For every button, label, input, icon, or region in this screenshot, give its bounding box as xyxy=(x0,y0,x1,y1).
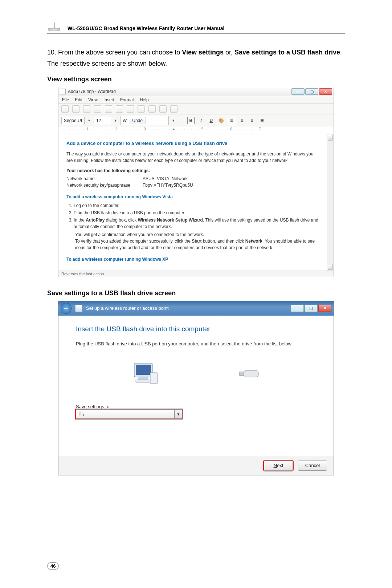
drive-select[interactable]: F:\ xyxy=(76,409,175,419)
doc-steps-list: Log on to the computer. Plug the USB fla… xyxy=(74,202,319,230)
save-to-label: Save settings to: xyxy=(76,404,316,409)
minimize-button[interactable]: — xyxy=(291,305,304,312)
doc-vista-heading: To add a wireless computer running Windo… xyxy=(66,194,319,200)
list-item: Log on to the computer. xyxy=(74,202,319,209)
back-button[interactable]: ← xyxy=(61,303,72,314)
doc-paragraph: You will get a confirmation when you are… xyxy=(75,231,319,238)
align-right-icon[interactable]: ≡ xyxy=(248,117,256,124)
list-item: In the AutoPlay dialog box, click Wirele… xyxy=(74,217,319,230)
wordpad-statusbar: Reverses the last action. xyxy=(58,271,334,277)
script-value: W xyxy=(123,118,127,123)
wordpad-app-icon xyxy=(60,89,66,94)
undo-tooltip: Undo xyxy=(129,117,146,124)
wordpad-menubar: File Edit View Insert Format Help xyxy=(58,96,334,104)
undo-icon[interactable] xyxy=(159,105,167,113)
doc-paragraph: The way you add a device or computer to … xyxy=(66,151,319,164)
save-icon[interactable] xyxy=(83,105,90,113)
svg-rect-6 xyxy=(240,372,244,376)
minimize-button[interactable]: — xyxy=(291,88,305,95)
wordpad-title-text: Add6778.tmp - WordPad xyxy=(68,89,116,94)
window-buttons: — ▢ ✕ xyxy=(291,305,331,312)
router-icon xyxy=(47,22,63,31)
color-icon[interactable]: 🎨 xyxy=(218,117,225,124)
bold-icon[interactable]: B xyxy=(187,117,195,124)
print-icon[interactable] xyxy=(94,105,101,113)
wizard-titlebar: ← Set up a wireless router or access poi… xyxy=(58,301,334,316)
network-name-label: Network name: xyxy=(66,175,143,182)
wizard-screenshot: ← Set up a wireless router or access poi… xyxy=(58,301,334,475)
maximize-button[interactable]: ▢ xyxy=(305,88,318,95)
manual-page: WL-520GU/GC Broad Range Wireless Family … xyxy=(0,0,392,588)
svg-rect-7 xyxy=(244,370,258,377)
wizard-heading: Insert the USB flash drive into this com… xyxy=(76,325,316,333)
window-buttons: — ▢ ✕ xyxy=(291,88,332,95)
open-icon[interactable] xyxy=(72,105,79,113)
menu-file[interactable]: File xyxy=(62,97,69,102)
svg-rect-3 xyxy=(139,378,148,380)
wizard-icon xyxy=(75,305,82,312)
step-10-or: or, xyxy=(224,49,234,56)
computer-icon xyxy=(132,362,159,386)
next-button[interactable]: Next xyxy=(264,461,293,471)
wizard-breadcrumb: Set up a wireless router or access point xyxy=(86,305,169,311)
close-button[interactable]: ✕ xyxy=(318,305,331,312)
list-item: Plug the USB flash drive into a USB port… xyxy=(74,210,319,216)
copy-icon[interactable] xyxy=(138,105,145,113)
wordpad-document-area: Add a device or computer to a wireless n… xyxy=(58,134,334,271)
network-key-value: FbpvIXFHYTvry5RQbu5U xyxy=(143,183,193,188)
manual-title: WL-520GU/GC Broad Range Wireless Family … xyxy=(68,25,224,31)
wordpad-document: Add a device or computer to a wireless n… xyxy=(58,134,327,271)
svg-rect-4 xyxy=(136,380,151,383)
usb-drive-icon xyxy=(239,368,260,379)
doc-xp-heading: To add a wireless computer running Windo… xyxy=(66,256,319,263)
font-size-select[interactable]: 12 xyxy=(94,117,111,124)
view-settings-heading: View settings screen xyxy=(47,76,345,83)
drive-select-highlight: F:\ ▼ xyxy=(76,409,183,419)
new-icon[interactable] xyxy=(61,105,69,113)
step-10-opt1: View settings xyxy=(182,49,224,56)
paste-icon[interactable] xyxy=(148,105,156,113)
chevron-down-icon[interactable]: ▼ xyxy=(175,409,183,419)
find-icon[interactable] xyxy=(116,105,123,113)
doc-heading: Add a device or computer to a wireless n… xyxy=(66,140,319,147)
wizard-body: Insert the USB flash drive into this com… xyxy=(58,316,334,456)
underline-icon[interactable]: U xyxy=(208,117,215,124)
network-key-label: Network security key/passphrase: xyxy=(66,182,143,188)
step-10-prefix: 10. From the above screen you can choose… xyxy=(47,49,182,56)
font-name-value: Segoe UI xyxy=(64,118,82,123)
font-name-select[interactable]: Segoe UI xyxy=(61,117,85,124)
menu-edit[interactable]: Edit xyxy=(75,97,82,102)
back-arrow-icon: ← xyxy=(63,305,69,312)
menu-insert[interactable]: Insert xyxy=(103,97,114,102)
italic-icon[interactable]: I xyxy=(197,117,205,124)
wordpad-ruler: · · · · · · · 1 · · · · · · · 2 · · · · … xyxy=(58,127,334,134)
cut-icon[interactable] xyxy=(127,105,134,113)
align-center-icon[interactable]: ≡ xyxy=(238,117,245,124)
menu-help[interactable]: Help xyxy=(140,97,149,102)
menu-format[interactable]: Format xyxy=(120,97,134,102)
align-left-icon[interactable]: ≡ xyxy=(228,117,235,124)
chevron-down-icon[interactable]: ▼ xyxy=(172,119,175,122)
script-select[interactable]: WUndo xyxy=(120,116,169,125)
step-10-opt2: Save settings to a USB flash drive xyxy=(234,49,340,56)
chevron-down-icon[interactable]: ▼ xyxy=(87,119,91,122)
vertical-scrollbar[interactable] xyxy=(327,134,334,271)
save-settings-heading: Save settings to a USB flash drive scree… xyxy=(47,289,345,297)
date-icon[interactable] xyxy=(170,105,177,113)
wordpad-titlebar: Add6778.tmp - WordPad — ▢ ✕ xyxy=(58,87,334,96)
doc-paragraph: To verify that you added the computer su… xyxy=(75,238,319,251)
close-button[interactable]: ✕ xyxy=(319,88,332,95)
wordpad-screenshot: Add6778.tmp - WordPad — ▢ ✕ File Edit Vi… xyxy=(58,87,334,277)
page-number: 46 xyxy=(47,562,59,570)
svg-rect-2 xyxy=(136,365,151,375)
bullets-icon[interactable]: ≣ xyxy=(258,117,266,124)
font-size-value: 12 xyxy=(96,118,101,123)
chevron-down-icon[interactable]: ▼ xyxy=(114,119,117,122)
wizard-instruction: Plug the USB flash drive into a USB port… xyxy=(76,340,316,348)
maximize-button[interactable]: ▢ xyxy=(305,305,318,312)
preview-icon[interactable] xyxy=(105,105,112,113)
menu-view[interactable]: View xyxy=(88,97,98,102)
drive-value: F:\ xyxy=(78,411,84,417)
network-name-value: ASUS_VISTA_Network xyxy=(143,176,188,181)
cancel-button[interactable]: Cancel xyxy=(298,461,327,471)
